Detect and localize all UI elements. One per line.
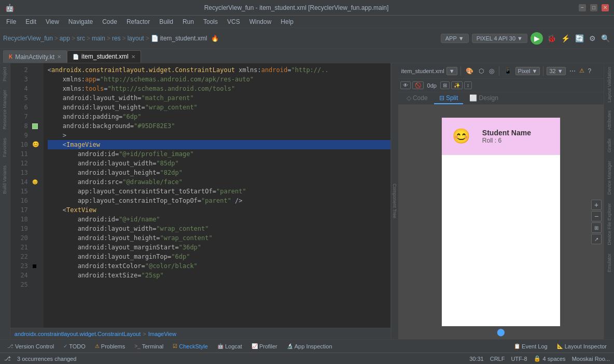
constraint-btn[interactable]: ⊞ xyxy=(440,81,450,89)
close-button[interactable]: ✕ xyxy=(602,4,609,11)
line-ending-selector[interactable]: CRLF xyxy=(490,356,505,362)
menu-run[interactable]: Run xyxy=(178,17,198,26)
build-variants-tab[interactable]: Build Variants xyxy=(1,164,8,195)
title-bar-left: 🤖 xyxy=(5,4,14,12)
menu-navigate[interactable]: Navigate xyxy=(64,17,97,26)
tab-mainactivity-close[interactable]: ✕ xyxy=(57,54,61,60)
checkstyle-label: CheckStyle xyxy=(179,343,208,349)
tab-mainactivity[interactable]: K MainActivity.kt ✕ xyxy=(3,50,67,63)
menu-file[interactable]: File xyxy=(2,17,20,26)
menu-build[interactable]: Build xyxy=(155,17,177,26)
sync-button[interactable]: 🔄 xyxy=(574,33,585,44)
menu-code[interactable]: Code xyxy=(98,17,121,26)
api-selector[interactable]: 32 ▼ xyxy=(547,67,565,75)
menu-refactor[interactable]: Refactor xyxy=(122,17,154,26)
minimize-button[interactable]: − xyxy=(579,4,586,11)
breadcrumb-constraintlayout[interactable]: androidx.constraintlayout.widget.Constra… xyxy=(15,331,141,337)
zoom-in-btn[interactable]: + xyxy=(591,200,602,210)
code-line-13: android:layout_height="82dp" xyxy=(48,168,390,177)
breadcrumb-layout[interactable]: layout xyxy=(128,35,144,42)
pixel-selector[interactable]: Pixel ▼ xyxy=(515,67,540,75)
breadcrumb-project[interactable]: RecyclerView_fun xyxy=(3,35,53,42)
emulator-tab[interactable]: Emulator xyxy=(606,252,613,274)
problems-btn[interactable]: ⚠ Problems xyxy=(91,342,129,351)
breadcrumb-file[interactable]: item_student.xml xyxy=(160,35,207,42)
settings-button[interactable]: ⚙ xyxy=(588,33,597,44)
eye-off-btn[interactable]: 🚫 xyxy=(412,81,424,89)
app-inspection-btn[interactable]: 🔬 App Inspection xyxy=(283,342,337,351)
line-numbers: 2 3 4 5 6 7 8 9 10 11 12 13 14 15 16 17 … xyxy=(10,63,31,328)
app-selector[interactable]: APP ▼ xyxy=(441,34,469,43)
run-button[interactable]: ▶ xyxy=(531,32,543,45)
version-control-btn[interactable]: ⎇ Version Control xyxy=(3,342,58,351)
tab-code[interactable]: ◇ Code xyxy=(401,93,433,104)
indent-selector[interactable]: 🔒 4 spaces xyxy=(534,355,566,362)
tab-item-student[interactable]: 📄 item_student.xml ✕ xyxy=(67,50,141,63)
zoom-fit-btn[interactable]: ⊞ xyxy=(591,222,602,233)
file-dropdown[interactable]: ▼ xyxy=(446,67,457,75)
preview-toolbar: item_student.xml ▼ 🎨 ⬡ ◎ 📱 Pixel ▼ 32 ▼ … xyxy=(398,63,604,79)
branch-info[interactable]: Mooskai Roo... xyxy=(572,356,610,362)
layout-validation-tab[interactable]: Layout Validation xyxy=(606,65,613,104)
menu-window[interactable]: Window xyxy=(245,17,276,26)
gradle-tab[interactable]: Gradle xyxy=(606,137,613,154)
project-tab[interactable]: Project xyxy=(1,65,8,83)
device-file-explorer-tab[interactable]: Device File Explorer xyxy=(606,202,613,247)
eye-btn[interactable]: 👁 xyxy=(400,81,411,89)
terminal-btn[interactable]: >_ Terminal xyxy=(130,342,168,351)
help-btn[interactable]: ? xyxy=(587,66,593,76)
todo-label: TODO xyxy=(69,343,86,349)
position-indicator[interactable]: 30:31 xyxy=(469,356,484,362)
orient-btn[interactable]: ◎ xyxy=(487,66,496,76)
main-toolbar: RecyclerView_fun > app > src > main > re… xyxy=(0,28,614,49)
breadcrumb-imageview[interactable]: ImageView xyxy=(148,331,176,337)
tab-design[interactable]: ⬜ Design xyxy=(464,93,504,104)
palette-btn[interactable]: 🎨 xyxy=(464,66,475,76)
checkstyle-btn[interactable]: ☑ CheckStyle xyxy=(169,342,212,351)
title-bar-title: RecyclerView_fun - item_student.xml [Rec… xyxy=(14,4,579,11)
todo-btn[interactable]: ✓ TODO xyxy=(59,342,90,351)
search-button[interactable]: 🔍 xyxy=(600,33,611,44)
menu-vcs[interactable]: VCS xyxy=(223,17,244,26)
component-tree-label[interactable]: Component Tree xyxy=(391,181,398,220)
profile-button[interactable]: ⚡ xyxy=(560,33,571,44)
layout-inspector-icon: 📐 xyxy=(557,343,563,349)
preview-canvas: 😊 Student Name Roll : 6 + − ⊞ ↗ xyxy=(398,105,604,339)
menu-edit[interactable]: Edit xyxy=(21,17,40,26)
breadcrumb-main[interactable]: main xyxy=(92,35,105,42)
preview-panel: item_student.xml ▼ 🎨 ⬡ ◎ 📱 Pixel ▼ 32 ▼ … xyxy=(398,63,604,339)
zoom-out-btn[interactable]: − xyxy=(591,211,602,221)
breadcrumb-app[interactable]: app xyxy=(60,35,70,42)
device-manager-tab[interactable]: Device Manager xyxy=(606,159,613,197)
indent-text: 4 spaces xyxy=(543,356,566,362)
cursor-btn[interactable]: ↕ xyxy=(464,81,472,89)
layout-inspector-btn[interactable]: 📐 Layout Inspector xyxy=(553,342,611,351)
menu-tools[interactable]: Tools xyxy=(199,17,222,26)
device-btn[interactable]: 📱 xyxy=(503,66,513,76)
maximize-button[interactable]: □ xyxy=(590,4,597,11)
debug-button[interactable]: 🐞 xyxy=(546,33,557,44)
tab-split[interactable]: ⊟ Split xyxy=(434,93,464,104)
encoding-selector[interactable]: UTF-8 xyxy=(511,356,527,362)
resource-manager-tab[interactable]: Resource Manager xyxy=(1,88,8,131)
favorites-tab[interactable]: Favorites xyxy=(1,136,8,159)
encoding-text: UTF-8 xyxy=(511,356,527,362)
git-status[interactable]: ⎇ xyxy=(4,355,11,362)
menu-view[interactable]: View xyxy=(41,17,63,26)
tab-item-student-close[interactable]: ✕ xyxy=(131,54,135,60)
shape-btn[interactable]: ⬡ xyxy=(477,66,485,76)
code-line-16: app:layout_constraintTop_toTopOf="parent… xyxy=(48,196,390,205)
menu-help[interactable]: Help xyxy=(276,17,298,26)
breadcrumb-src[interactable]: src xyxy=(77,35,85,42)
attributes-tab[interactable]: Attributes xyxy=(606,109,613,132)
breadcrumb-res[interactable]: res xyxy=(112,35,121,42)
device-selector[interactable]: PIXEL 4 API 30 ▼ xyxy=(472,34,527,43)
event-log-btn[interactable]: 📋 Event Log xyxy=(510,342,552,351)
line-ending-text: CRLF xyxy=(490,356,505,362)
profiler-btn[interactable]: 📈 Profiler xyxy=(247,342,282,351)
zoom-expand-btn[interactable]: ↗ xyxy=(591,234,602,244)
more-btn[interactable]: ⋯ xyxy=(568,66,577,76)
code-line-3: xmlns:app="http://schemas.android.com/ap… xyxy=(48,75,390,84)
magic-btn[interactable]: ✨ xyxy=(451,81,463,89)
logcat-btn[interactable]: 🤖 Logcat xyxy=(213,342,246,351)
